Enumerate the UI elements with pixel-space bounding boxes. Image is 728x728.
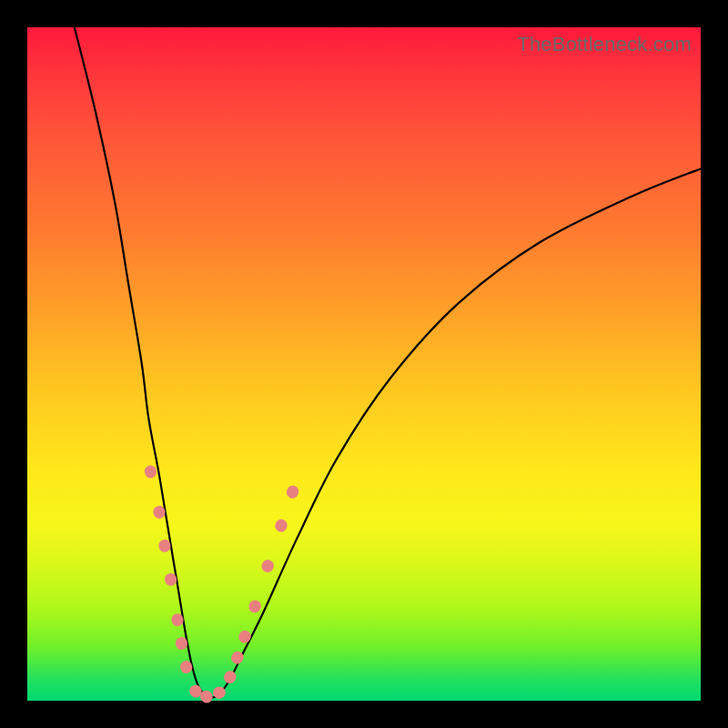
plot-area: TheBottleneck.com (27, 27, 701, 701)
curve-marker (237, 629, 253, 645)
curve-marker (273, 518, 289, 534)
chart-frame: TheBottleneck.com (0, 0, 728, 728)
curve-marker (285, 484, 301, 500)
bottleneck-curve (75, 27, 701, 698)
curve-marker (247, 598, 263, 614)
curve-marker (259, 558, 276, 574)
curve-marker (144, 464, 157, 479)
curve-marker (222, 669, 238, 685)
curve-markers (144, 464, 301, 705)
curve-svg (27, 27, 701, 701)
